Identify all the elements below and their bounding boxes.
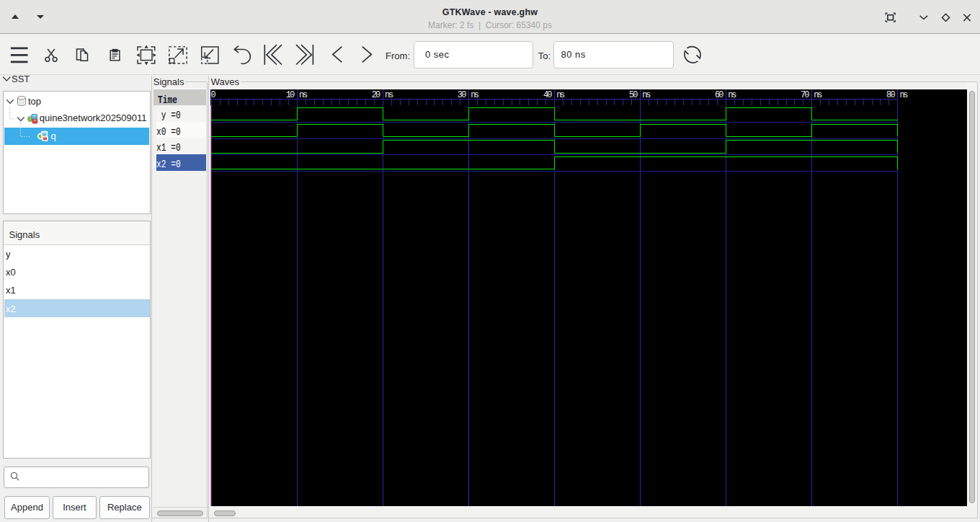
svg-text:30: 30 <box>458 90 466 100</box>
svg-text:50: 50 <box>629 90 638 100</box>
svg-text:60: 60 <box>715 90 723 100</box>
svg-text:ns: ns <box>299 90 308 100</box>
svg-text:ns: ns <box>728 90 736 100</box>
svg-text:0: 0 <box>211 90 216 100</box>
svg-text:ns: ns <box>642 90 651 100</box>
svg-text:ns: ns <box>471 90 479 100</box>
svg-text:20: 20 <box>372 90 380 100</box>
svg-text:80: 80 <box>886 90 895 100</box>
svg-text:ns: ns <box>385 90 393 100</box>
svg-text:ns: ns <box>899 90 908 100</box>
svg-text:40: 40 <box>543 90 552 100</box>
svg-text:70: 70 <box>801 90 809 100</box>
svg-text:ns: ns <box>814 90 822 100</box>
svg-text:ns: ns <box>556 90 565 100</box>
svg-text:10: 10 <box>286 90 295 100</box>
